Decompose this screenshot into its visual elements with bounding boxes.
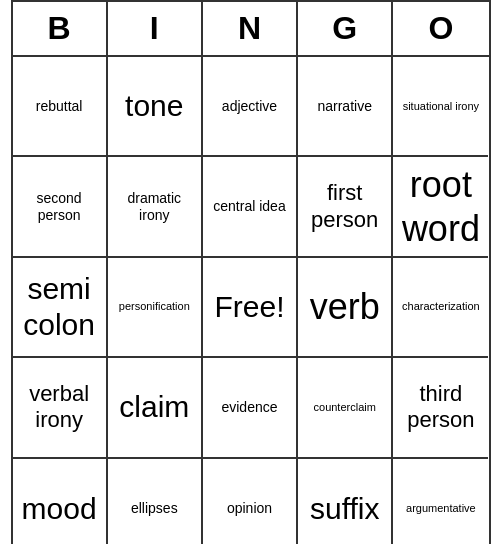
cell-text: mood <box>22 491 97 527</box>
bingo-cell: second person <box>13 157 108 257</box>
bingo-cell: verb <box>298 258 393 358</box>
bingo-cell: counterclaim <box>298 358 393 458</box>
header-letter: G <box>298 2 393 55</box>
bingo-cell: mood <box>13 459 108 545</box>
cell-text: second person <box>17 190 102 224</box>
header-letter: O <box>393 2 488 55</box>
bingo-cell: central idea <box>203 157 298 257</box>
cell-text: counterclaim <box>314 401 376 414</box>
header-letter: N <box>203 2 298 55</box>
bingo-cell: personification <box>108 258 203 358</box>
cell-text: narrative <box>317 98 371 115</box>
bingo-card: BINGO rebuttaltoneadjectivenarrativesitu… <box>11 0 491 544</box>
bingo-cell: rebuttal <box>13 57 108 157</box>
cell-text: characterization <box>402 300 480 313</box>
cell-text: dramatic irony <box>112 190 197 224</box>
bingo-cell: narrative <box>298 57 393 157</box>
cell-text: root word <box>397 163 484 249</box>
cell-text: semi colon <box>17 271 102 343</box>
cell-text: third person <box>397 381 484 434</box>
header-letter: B <box>13 2 108 55</box>
cell-text: situational irony <box>403 100 479 113</box>
cell-text: argumentative <box>406 502 476 515</box>
bingo-cell: third person <box>393 358 488 458</box>
bingo-cell: verbal irony <box>13 358 108 458</box>
cell-text: adjective <box>222 98 277 115</box>
cell-text: rebuttal <box>36 98 83 115</box>
cell-text: ellipses <box>131 500 178 517</box>
cell-text: evidence <box>221 399 277 416</box>
bingo-cell: dramatic irony <box>108 157 203 257</box>
bingo-cell: first person <box>298 157 393 257</box>
cell-text: claim <box>119 389 189 425</box>
bingo-cell: claim <box>108 358 203 458</box>
cell-text: Free! <box>214 289 284 325</box>
bingo-cell: argumentative <box>393 459 488 545</box>
bingo-cell: adjective <box>203 57 298 157</box>
bingo-cell: suffix <box>298 459 393 545</box>
cell-text: verb <box>310 285 380 328</box>
bingo-cell: ellipses <box>108 459 203 545</box>
cell-text: personification <box>119 300 190 313</box>
cell-text: central idea <box>213 198 285 215</box>
bingo-grid: rebuttaltoneadjectivenarrativesituationa… <box>13 57 489 544</box>
bingo-cell: tone <box>108 57 203 157</box>
bingo-cell: semi colon <box>13 258 108 358</box>
cell-text: first person <box>302 180 387 233</box>
header-letter: I <box>108 2 203 55</box>
bingo-cell: root word <box>393 157 488 257</box>
bingo-cell: characterization <box>393 258 488 358</box>
bingo-header: BINGO <box>13 2 489 57</box>
bingo-cell: opinion <box>203 459 298 545</box>
bingo-cell: evidence <box>203 358 298 458</box>
cell-text: opinion <box>227 500 272 517</box>
cell-text: suffix <box>310 491 379 527</box>
cell-text: tone <box>125 88 183 124</box>
cell-text: verbal irony <box>17 381 102 434</box>
bingo-cell: situational irony <box>393 57 488 157</box>
bingo-cell: Free! <box>203 258 298 358</box>
